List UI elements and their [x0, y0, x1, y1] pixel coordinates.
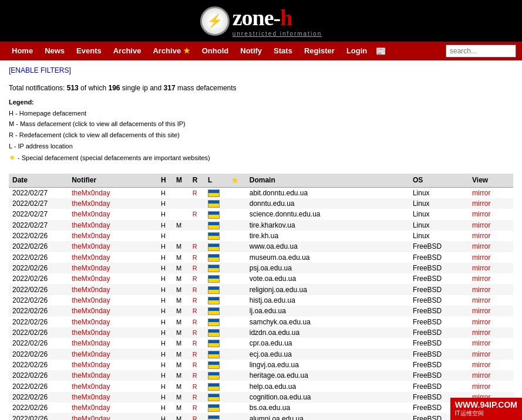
rss-icon[interactable]: 📰	[376, 46, 386, 56]
cell-view[interactable]: mirror	[469, 306, 513, 316]
col-header-notifier: Notifier	[68, 174, 157, 188]
cell-domain[interactable]: tire.kharkov.ua	[246, 220, 409, 231]
cell-domain[interactable]: heritage.oa.edu.ua	[246, 370, 409, 381]
cell-notifier[interactable]: theMx0nday	[68, 273, 157, 284]
table-row: 2022/02/26theMx0ndayHMRhistj.oa.edu.uaFr…	[9, 295, 513, 306]
cell-domain[interactable]: ecj.oa.edu.ua	[246, 348, 409, 359]
cell-view[interactable]: mirror	[469, 209, 513, 219]
cell-domain[interactable]: vote.oa.edu.ua	[246, 273, 409, 284]
cell-view[interactable]: mirror	[469, 220, 513, 231]
cell-view[interactable]: mirror	[469, 263, 513, 273]
cell-domain[interactable]: science.donntu.edu.ua	[246, 209, 409, 219]
legend-l: L - IP address location	[9, 141, 513, 152]
cell-view[interactable]: mirror	[469, 252, 513, 263]
nav-notify[interactable]: Notify	[234, 42, 268, 60]
cell-notifier[interactable]: theMx0nday	[68, 263, 157, 273]
cell-flag	[204, 295, 228, 306]
cell-star	[228, 370, 245, 381]
cell-notifier[interactable]: theMx0nday	[68, 241, 157, 252]
nav-archive[interactable]: Archive	[107, 42, 147, 60]
nav-onhold[interactable]: Onhold	[196, 42, 235, 60]
cell-view[interactable]: mirror	[469, 381, 513, 391]
cell-notifier[interactable]: theMx0nday	[68, 295, 157, 306]
cell-notifier[interactable]: theMx0nday	[68, 413, 157, 420]
cell-view[interactable]: mirror	[469, 284, 513, 294]
cell-star	[228, 273, 245, 284]
cell-date: 2022/02/26	[9, 370, 68, 381]
cell-m: M	[173, 413, 189, 420]
cell-m: M	[173, 316, 189, 327]
cell-notifier[interactable]: theMx0nday	[68, 231, 157, 241]
cell-notifier[interactable]: theMx0nday	[68, 348, 157, 359]
cell-domain[interactable]: religionj.oa.edu.ua	[246, 284, 409, 294]
cell-r: R	[189, 316, 204, 327]
col-header-view: View	[469, 174, 513, 188]
cell-notifier[interactable]: theMx0nday	[68, 370, 157, 381]
cell-notifier[interactable]: theMx0nday	[68, 252, 157, 263]
nav-register[interactable]: Register	[298, 42, 341, 60]
nav-home[interactable]: Home	[6, 42, 39, 60]
nav-stats[interactable]: Stats	[268, 42, 298, 60]
cell-domain[interactable]: bs.oa.edu.ua	[246, 402, 409, 413]
cell-view[interactable]: mirror	[469, 295, 513, 306]
cell-domain[interactable]: alumni.oa.edu.ua	[246, 413, 409, 420]
cell-view[interactable]: mirror	[469, 348, 513, 359]
cell-domain[interactable]: samchyk.oa.edu.ua	[246, 316, 409, 327]
search-input[interactable]	[446, 45, 516, 57]
cell-m: M	[173, 220, 189, 231]
nav-archive-special[interactable]: Archive ★	[147, 42, 196, 60]
cell-notifier[interactable]: theMx0nday	[68, 316, 157, 327]
cell-domain[interactable]: cognition.oa.edu.ua	[246, 392, 409, 402]
cell-notifier[interactable]: theMx0nday	[68, 209, 157, 219]
cell-view[interactable]: mirror	[469, 327, 513, 338]
cell-h: H	[157, 198, 173, 209]
cell-view[interactable]: mirror	[469, 273, 513, 284]
cell-domain[interactable]: idzdn.oa.edu.ua	[246, 327, 409, 338]
cell-view[interactable]: mirror	[469, 338, 513, 348]
cell-view[interactable]: mirror	[469, 360, 513, 370]
cell-star	[228, 402, 245, 413]
logo-tagline: unrestricted information	[233, 31, 322, 37]
cell-notifier[interactable]: theMx0nday	[68, 284, 157, 294]
cell-domain[interactable]: donntu.edu.ua	[246, 198, 409, 209]
cell-notifier[interactable]: theMx0nday	[68, 381, 157, 391]
cell-view[interactable]: mirror	[469, 231, 513, 241]
legend-m: M - Mass defacement (click to view all d…	[9, 118, 513, 130]
cell-view[interactable]: mirror	[469, 187, 513, 198]
cell-notifier[interactable]: theMx0nday	[68, 392, 157, 402]
nav-news[interactable]: News	[39, 42, 70, 60]
enable-filters-link[interactable]: [ENABLE FILTERS]	[9, 66, 71, 74]
cell-notifier[interactable]: theMx0nday	[68, 198, 157, 209]
cell-view[interactable]: mirror	[469, 198, 513, 209]
cell-notifier[interactable]: theMx0nday	[68, 187, 157, 198]
col-header-date: Date	[9, 174, 68, 188]
nav-login[interactable]: Login	[341, 42, 373, 60]
cell-r: R	[189, 381, 204, 391]
cell-notifier[interactable]: theMx0nday	[68, 306, 157, 316]
cell-notifier[interactable]: theMx0nday	[68, 402, 157, 413]
cell-domain[interactable]: lingvj.oa.edu.ua	[246, 360, 409, 370]
cell-domain[interactable]: histj.oa.edu.ua	[246, 295, 409, 306]
cell-domain[interactable]: museum.oa.edu.ua	[246, 252, 409, 263]
cell-view[interactable]: mirror	[469, 316, 513, 327]
cell-notifier[interactable]: theMx0nday	[68, 338, 157, 348]
cell-domain[interactable]: www.oa.edu.ua	[246, 241, 409, 252]
table-row: 2022/02/26theMx0ndayHMRcpr.oa.edu.uaFree…	[9, 338, 513, 348]
cell-domain[interactable]: cpr.oa.edu.ua	[246, 338, 409, 348]
cell-domain[interactable]: psj.oa.edu.ua	[246, 263, 409, 273]
cell-notifier[interactable]: theMx0nday	[68, 360, 157, 370]
cell-notifier[interactable]: theMx0nday	[68, 220, 157, 231]
cell-domain[interactable]: abit.donntu.edu.ua	[246, 187, 409, 198]
cell-flag	[204, 209, 228, 219]
cell-view[interactable]: mirror	[469, 370, 513, 381]
nav-events[interactable]: Events	[70, 42, 107, 60]
cell-r: R	[189, 273, 204, 284]
cell-domain[interactable]: lj.oa.edu.ua	[246, 306, 409, 316]
cell-h: H	[157, 273, 173, 284]
cell-domain[interactable]: help.oa.edu.ua	[246, 381, 409, 391]
cell-view[interactable]: mirror	[469, 241, 513, 252]
cell-h: H	[157, 370, 173, 381]
cell-notifier[interactable]: theMx0nday	[68, 327, 157, 338]
cell-h: H	[157, 306, 173, 316]
cell-domain[interactable]: tire.kh.ua	[246, 231, 409, 241]
